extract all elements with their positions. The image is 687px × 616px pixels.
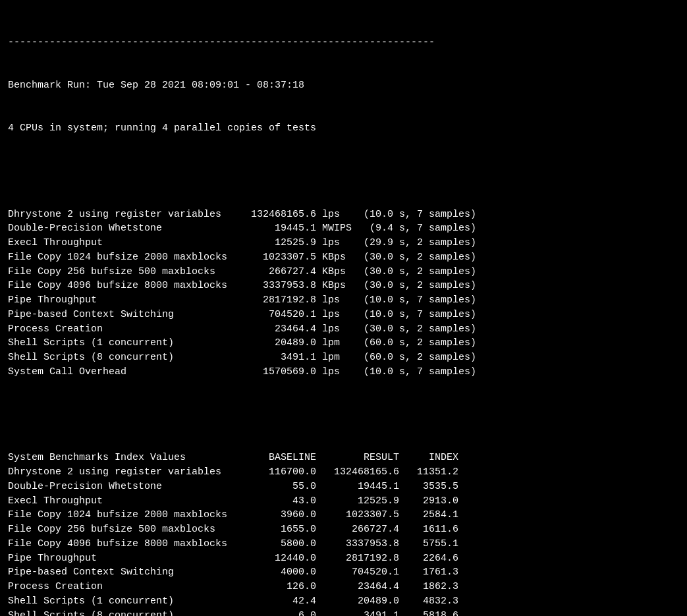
divider-line: ----------------------------------------…: [8, 36, 679, 50]
empty-line-1: [8, 164, 679, 179]
benchmark-section: Dhrystone 2 using register variables 132…: [8, 208, 679, 379]
index-data-row: Pipe-based Context Switching 4000.0 7045…: [8, 565, 679, 580]
index-data-row: Shell Scripts (8 concurrent) 6.0 3491.1 …: [8, 609, 679, 617]
benchmark-row: Double-Precision Whetstone 19445.1 MWIPS…: [8, 221, 679, 236]
index-section: System Benchmarks Index Values BASELINE …: [8, 451, 679, 616]
benchmark-row: File Copy 256 bufsize 500 maxblocks 2667…: [8, 265, 679, 279]
benchmark-row: File Copy 1024 bufsize 2000 maxblocks 10…: [8, 250, 679, 265]
index-data-row: File Copy 256 bufsize 500 maxblocks 1655…: [8, 522, 679, 537]
index-data-row: Shell Scripts (1 concurrent) 42.4 20489.…: [8, 594, 679, 609]
index-data-row: Execl Throughput 43.0 12525.9 2913.0: [8, 494, 679, 509]
benchmark-row: Process Creation 23464.4 lps (30.0 s, 2 …: [8, 322, 679, 337]
index-data-row: File Copy 1024 bufsize 2000 maxblocks 39…: [8, 508, 679, 522]
benchmark-row: System Call Overhead 1570569.0 lps (10.0…: [8, 365, 679, 379]
index-data-row: Pipe Throughput 12440.0 2817192.8 2264.6: [8, 551, 679, 566]
terminal-output: ----------------------------------------…: [8, 7, 679, 616]
benchmark-row: Shell Scripts (8 concurrent) 3491.1 lpm …: [8, 350, 679, 365]
empty-line-2: [8, 408, 679, 422]
index-data-row: File Copy 4096 bufsize 8000 maxblocks 58…: [8, 537, 679, 551]
run-header: Benchmark Run: Tue Sep 28 2021 08:09:01 …: [8, 78, 679, 93]
cpu-header: 4 CPUs in system; running 4 parallel cop…: [8, 121, 679, 136]
benchmark-row: File Copy 4096 bufsize 8000 maxblocks 33…: [8, 279, 679, 293]
benchmark-row: Pipe Throughput 2817192.8 lps (10.0 s, 7…: [8, 293, 679, 308]
index-data-row: Double-Precision Whetstone 55.0 19445.1 …: [8, 480, 679, 494]
benchmark-row: Pipe-based Context Switching 704520.1 lp…: [8, 308, 679, 322]
index-header-row: System Benchmarks Index Values BASELINE …: [8, 451, 679, 465]
benchmark-row: Dhrystone 2 using register variables 132…: [8, 208, 679, 222]
benchmark-row: Shell Scripts (1 concurrent) 20489.0 lpm…: [8, 336, 679, 350]
index-data-row: Dhrystone 2 using register variables 116…: [8, 465, 679, 480]
benchmark-row: Execl Throughput 12525.9 lps (29.9 s, 2 …: [8, 236, 679, 250]
index-data-row: Process Creation 126.0 23464.4 1862.3: [8, 580, 679, 594]
